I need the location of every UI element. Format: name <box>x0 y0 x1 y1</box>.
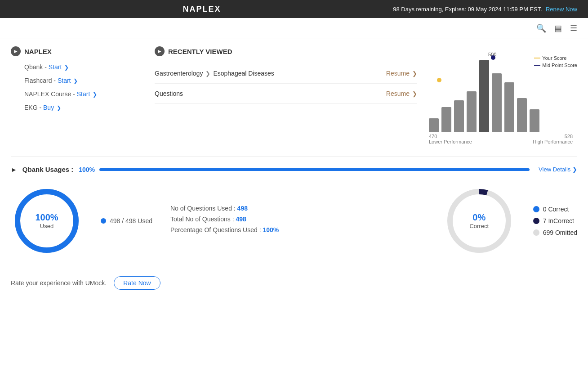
bar-8 <box>517 98 527 132</box>
right-panel: ► RECENTLY VIEWED Gastroenterology ❯ Eso… <box>155 46 577 145</box>
view-details-label: View Details <box>539 166 570 173</box>
legend-row-omitted: 699 Omitted <box>533 229 577 236</box>
course-chevron: ❯ <box>93 91 97 98</box>
nav-arrow-icon: ► <box>11 46 21 56</box>
legend-label-correct: 0 Correct <box>543 206 569 213</box>
usage-donut-pct: 100% <box>35 212 58 223</box>
rv-item-right-gastro[interactable]: Resume ❯ <box>386 70 417 77</box>
bar-7 <box>504 82 514 132</box>
correct-donut-center: 0% Correct <box>469 212 489 229</box>
pct-used-value: 100% <box>263 226 279 233</box>
stats-row: 100% Used 498 / 498 Used No of Questions… <box>11 180 577 261</box>
view-details-chevron: ❯ <box>572 166 577 173</box>
course-start-link[interactable]: Start <box>77 90 90 98</box>
main-content: ► NAPLEX Qbank - Start ❯ Flashcard - Sta… <box>0 39 588 153</box>
your-score-label: Your Score <box>542 55 566 61</box>
resume-btn-questions[interactable]: Resume <box>386 90 410 97</box>
rv-arrow-icon: ► <box>155 46 165 56</box>
divider-1 <box>11 156 577 157</box>
performance-chart: 500 470 Lower Perform <box>424 46 577 145</box>
rv-item-gastro: Gastroenterology ❯ Esophageal Diseases R… <box>155 63 417 84</box>
ekg-buy-link[interactable]: Buy <box>43 104 54 111</box>
your-score-dot <box>437 78 441 82</box>
rv-page-questions: Questions <box>155 90 183 97</box>
chart-lower-value: 470 <box>429 134 472 139</box>
legend-label-omitted: 699 Omitted <box>543 229 577 236</box>
qbank-header: ► Qbank Usages : 100% View Details ❯ <box>11 166 577 173</box>
used-count-label: 498 / 498 Used <box>110 217 152 224</box>
progress-bar-fill <box>99 168 530 171</box>
legend-circle-correct <box>533 206 539 212</box>
bar-4 <box>467 91 477 132</box>
renew-link[interactable]: Renew Now <box>546 6 577 13</box>
qbank-title: Qbank Usages : <box>22 166 73 173</box>
footer-text: Rate your experience with UMock. <box>11 279 107 287</box>
chart-legend: Your Score Mid Point Score <box>534 55 577 68</box>
rv-section-title: ► RECENTLY VIEWED <box>155 46 417 56</box>
legend-circle-omitted <box>533 229 539 236</box>
ekg-chevron: ❯ <box>57 105 61 111</box>
questions-stats: No of Questions Used : 498 Total No of Q… <box>170 205 425 237</box>
nav-item-ekg: EKG - Buy ❯ <box>24 104 155 111</box>
rv-item-questions: Questions Resume ❯ <box>155 84 417 104</box>
flashcard-chevron: ❯ <box>73 78 78 84</box>
bar-2 <box>441 107 451 132</box>
left-panel: ► NAPLEX Qbank - Start ❯ Flashcard - Sta… <box>11 46 155 145</box>
usage-donut-wrapper: 100% Used <box>11 185 83 257</box>
bar-9 <box>530 109 539 132</box>
legend-midpoint: Mid Point Score <box>534 63 577 68</box>
chart-lower-label: Lower Performance <box>429 139 472 144</box>
rate-now-button[interactable]: Rate Now <box>114 276 160 290</box>
stat-questions-used: No of Questions Used : 498 <box>170 205 425 212</box>
used-badge: 498 / 498 Used <box>101 217 152 224</box>
qbank-arrow-icon: ► <box>11 166 17 173</box>
rv-item-right-questions[interactable]: Resume ❯ <box>386 90 417 97</box>
your-score-line <box>534 58 540 58</box>
legend-row-incorrect: 7 InCorrect <box>533 217 577 224</box>
resume-chev-questions: ❯ <box>412 90 417 97</box>
progress-pct: 100% <box>79 166 95 173</box>
rv-arrow-gastro: ❯ <box>205 70 210 77</box>
chart-wrapper: 500 470 Lower Perform <box>424 51 577 141</box>
flashcard-start-link[interactable]: Start <box>58 77 71 84</box>
nav-item-flashcard: Flashcard - Start ❯ <box>24 77 155 84</box>
grid-icon[interactable]: ▤ <box>554 23 562 33</box>
rv-item-left-gastro: Gastroenterology ❯ Esophageal Diseases <box>155 70 274 77</box>
stat-pct-used: Percentage Of Questions Used : 100% <box>170 226 425 233</box>
stat-total-questions: Total No of Questions : 498 <box>170 215 425 223</box>
progress-container: 100% <box>79 166 530 173</box>
bar-6 <box>492 73 502 132</box>
bar-5 <box>479 60 489 132</box>
menu-icon[interactable]: ☰ <box>570 23 577 33</box>
bar-1 <box>429 118 439 132</box>
usage-donut-center: 100% Used <box>35 212 58 229</box>
chart-bottom: 470 Lower Performance 528 High Performan… <box>424 132 577 144</box>
qbank-section: ► Qbank Usages : 100% View Details ❯ 100… <box>0 160 588 267</box>
iconbar: 🔍 ▤ ☰ <box>0 18 588 39</box>
qbank-chevron: ❯ <box>64 64 69 71</box>
search-icon[interactable]: 🔍 <box>536 23 546 33</box>
questions-used-value: 498 <box>237 205 248 212</box>
total-questions-value: 498 <box>236 215 246 223</box>
qbank-start-link[interactable]: Start <box>49 63 62 71</box>
legend-row-correct: 0 Correct <box>533 206 577 213</box>
resume-btn-gastro[interactable]: Resume <box>386 70 410 77</box>
midpoint-dot <box>491 55 495 60</box>
rv-page-gastro: Esophageal Diseases <box>213 70 274 77</box>
legend-circle-incorrect <box>533 218 539 224</box>
app-title: NAPLEX <box>183 4 221 14</box>
resume-chev-gastro: ❯ <box>412 70 417 77</box>
progress-bar-wrap <box>99 168 530 171</box>
chart-higher-label: High Performance <box>533 139 573 144</box>
legend-label-incorrect: 7 InCorrect <box>543 217 574 224</box>
nav-links: Qbank - Start ❯ Flashcard - Start ❯ NAPL… <box>11 63 155 111</box>
recently-viewed-section: ► RECENTLY VIEWED Gastroenterology ❯ Eso… <box>155 46 417 145</box>
midpoint-label: Mid Point Score <box>542 63 577 68</box>
rv-breadcrumb-gastro: Gastroenterology <box>155 70 203 77</box>
view-details-link[interactable]: View Details ❯ <box>539 166 577 173</box>
midpoint-line <box>534 65 540 66</box>
chart-higher-value: 528 <box>533 134 573 139</box>
correct-donut-label: Correct <box>469 223 489 229</box>
nav-section-title: ► NAPLEX <box>11 46 155 56</box>
footer: Rate your experience with UMock. Rate No… <box>0 267 588 299</box>
